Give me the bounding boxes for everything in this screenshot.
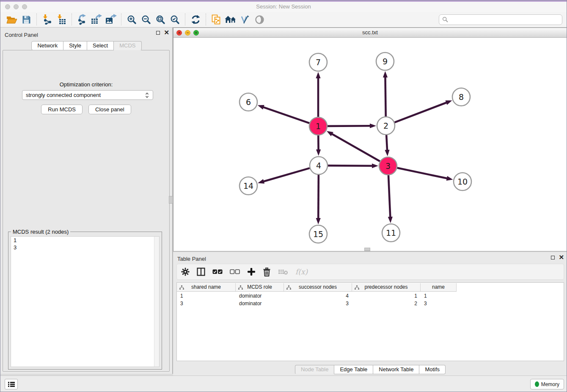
tab-edge-table[interactable]: Edge Table: [334, 365, 373, 374]
graph-edge-arrowhead: [258, 105, 264, 110]
graph-edge-arrowhead: [388, 217, 393, 223]
clone-network-button[interactable]: [209, 13, 223, 26]
graph-edge-arrowhead: [372, 163, 378, 168]
select-all-button[interactable]: [212, 266, 223, 277]
table-cell[interactable]: 3: [421, 300, 457, 307]
tab-network-table[interactable]: Network Table: [373, 365, 419, 374]
table-cell[interactable]: 3: [177, 300, 236, 307]
tab-motifs[interactable]: Motifs: [419, 365, 446, 374]
network-table-splitter-handle[interactable]: [364, 248, 370, 251]
mcds-result-item[interactable]: 1: [11, 237, 159, 244]
function-builder-button[interactable]: f(x): [295, 266, 308, 277]
graphics-details-button[interactable]: [238, 13, 252, 26]
task-history-button[interactable]: [5, 379, 18, 389]
import-network-button[interactable]: [40, 13, 54, 26]
network-canvas[interactable]: 7968124314101511: [173, 38, 567, 251]
search-field[interactable]: [439, 14, 562, 25]
close-panel-button[interactable]: Close panel: [88, 105, 131, 114]
export-table-button[interactable]: [89, 13, 104, 26]
result-scrollbar[interactable]: [154, 237, 159, 367]
table-row[interactable]: 1dominator411: [177, 293, 457, 299]
graph-edge-3-11[interactable]: [388, 175, 390, 218]
save-session-button[interactable]: [19, 13, 33, 26]
memory-status-icon: [535, 381, 539, 387]
search-input[interactable]: [448, 16, 559, 23]
float-panel-icon[interactable]: [156, 31, 160, 35]
table-cell[interactable]: dominator: [236, 293, 284, 299]
eye-button[interactable]: [252, 13, 267, 26]
show-column-panel-button[interactable]: [197, 266, 205, 277]
close-window-icon[interactable]: [5, 4, 10, 9]
minimize-window-icon[interactable]: [14, 4, 19, 9]
table-cell[interactable]: 3: [284, 300, 352, 307]
graph-edge-arrowhead: [327, 131, 333, 136]
table-cell[interactable]: 2: [352, 300, 421, 307]
column-header-successor-nodes[interactable]: successor nodes: [284, 283, 352, 291]
delete-table-button[interactable]: [278, 266, 288, 277]
graph-edge-2-3[interactable]: [386, 135, 387, 151]
open-file-button[interactable]: [5, 13, 19, 26]
table-settings-button[interactable]: [181, 266, 190, 277]
delete-column-button[interactable]: [263, 266, 271, 277]
close-panel-icon[interactable]: ✕: [164, 30, 169, 35]
graph-edge-arrowhead: [446, 100, 452, 105]
table-cell[interactable]: 1: [177, 293, 236, 299]
network-window-titlebar[interactable]: × – + scc.txt: [173, 28, 567, 38]
column-header-predecessor-nodes[interactable]: predecessor nodes: [352, 283, 421, 291]
column-header-MCDS-role[interactable]: MCDS role: [236, 283, 284, 291]
import-network-icon: [42, 14, 52, 25]
graph-edge-4-15[interactable]: [318, 175, 319, 219]
tab-mcds[interactable]: MCDS: [114, 41, 141, 50]
mcds-result-list[interactable]: 13: [11, 236, 160, 367]
graph-edge-1-6[interactable]: [262, 107, 309, 123]
home-button[interactable]: [223, 13, 238, 26]
table-row[interactable]: 3dominator323: [177, 300, 457, 307]
table-cell[interactable]: 1: [352, 293, 421, 299]
close-table-panel-icon[interactable]: ✕: [559, 255, 564, 259]
criterion-dropdown[interactable]: strongly connected component: [22, 90, 153, 100]
maximize-window-icon[interactable]: [22, 4, 27, 9]
table-cell[interactable]: 1: [421, 293, 457, 299]
mcds-result-legend: MCDS result (2 nodes): [11, 229, 70, 235]
float-table-panel-icon[interactable]: [551, 256, 555, 259]
table-cell[interactable]: dominator: [236, 300, 284, 307]
network-close-icon[interactable]: ×: [176, 30, 182, 36]
window-traffic-lights: [5, 4, 27, 9]
column-header-shared-name[interactable]: shared name: [177, 283, 236, 291]
deselect-all-button[interactable]: [230, 266, 240, 277]
tab-style[interactable]: Style: [63, 41, 87, 50]
tab-select[interactable]: Select: [87, 41, 114, 50]
zoom-out-button[interactable]: [139, 13, 153, 26]
column-header-name[interactable]: name: [421, 283, 457, 291]
graph-edge-3-1[interactable]: [331, 133, 380, 161]
zoom-in-button[interactable]: [124, 13, 139, 26]
network-minimize-icon[interactable]: –: [185, 30, 190, 36]
node-table-body: 1dominator4113dominator323: [177, 292, 564, 307]
graph-edge-2-9[interactable]: [385, 76, 385, 116]
search-icon: [442, 17, 448, 22]
application-window: Session: New Session: [0, 0, 567, 392]
graph-edge-4-3[interactable]: [328, 166, 373, 166]
tab-node-table[interactable]: Node Table: [295, 365, 335, 374]
network-maximize-icon[interactable]: +: [193, 30, 199, 36]
import-table-icon: [56, 14, 66, 25]
graph-edge-4-14[interactable]: [263, 168, 310, 182]
graph-edge-1-2[interactable]: [328, 126, 371, 126]
table-cell[interactable]: 4: [284, 293, 352, 299]
zoom-fit-button[interactable]: [153, 13, 168, 26]
import-table-button[interactable]: [54, 13, 69, 26]
export-image-button[interactable]: [104, 13, 118, 26]
select-all-icon: [212, 269, 223, 275]
graph-edge-3-10[interactable]: [397, 168, 448, 179]
zoom-selected-button[interactable]: [168, 13, 182, 26]
run-mcds-button[interactable]: Run MCDS: [41, 105, 83, 114]
export-network-button[interactable]: [75, 13, 89, 26]
graph-edge-2-8[interactable]: [395, 102, 448, 122]
graph-edge-arrowhead: [316, 218, 321, 224]
panel-splitter-handle[interactable]: [169, 196, 173, 204]
refresh-button[interactable]: [188, 13, 203, 26]
create-column-button[interactable]: [247, 266, 256, 277]
memory-button[interactable]: Memory: [530, 379, 564, 389]
mcds-result-item[interactable]: 3: [11, 244, 159, 251]
tab-network[interactable]: Network: [31, 41, 63, 50]
